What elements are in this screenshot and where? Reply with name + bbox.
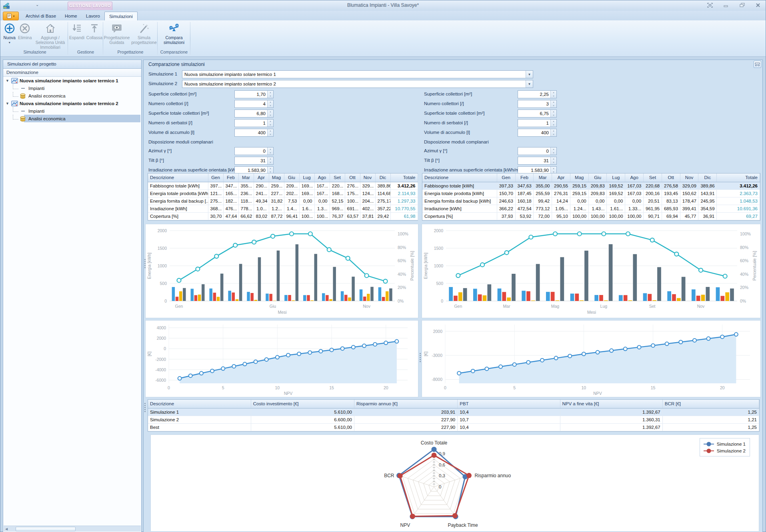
spin-up-icon[interactable]: ▲ <box>551 129 556 133</box>
fit-window-icon[interactable] <box>706 2 714 8</box>
column-header[interactable]: Dic <box>375 173 390 182</box>
spinner-buttons[interactable]: ▲▼ <box>550 147 556 155</box>
collapse-twisty-icon[interactable]: ▼ <box>6 79 10 83</box>
tree-node-simulation-2[interactable]: ▼Nuova simulazione impianto solare termi… <box>3 100 141 107</box>
column-header[interactable]: NPV a fine vita [€] <box>560 400 662 408</box>
spin-up-icon[interactable]: ▲ <box>551 167 556 170</box>
column-header[interactable]: Mar <box>238 173 254 182</box>
tree-node-impianti[interactable]: Impianti <box>3 84 141 92</box>
spinner-buttons[interactable]: ▲▼ <box>550 91 556 98</box>
param-input[interactable]: 1▲▼ <box>518 119 557 127</box>
tree-node-impianti[interactable]: Impianti <box>3 107 141 115</box>
column-header[interactable]: Ago <box>314 173 330 182</box>
column-header[interactable]: Mag <box>269 173 284 182</box>
spin-up-icon[interactable]: ▲ <box>551 91 556 94</box>
panel-resize-button[interactable] <box>754 61 761 68</box>
tab-lavoro[interactable]: Lavoro <box>82 12 104 20</box>
spinner-buttons[interactable]: ▲▼ <box>550 129 556 136</box>
collapse-twisty-icon[interactable]: ▼ <box>6 102 10 106</box>
spin-down-icon[interactable]: ▼ <box>551 133 556 136</box>
spin-down-icon[interactable]: ▼ <box>551 161 556 164</box>
spinner-buttons[interactable]: ▲▼ <box>550 157 556 164</box>
column-header[interactable]: Set <box>330 173 345 182</box>
table-row[interactable]: Simulazione 26.600,00227,9010,71.360,311… <box>148 416 759 423</box>
column-header[interactable]: BCR [€] <box>662 400 759 408</box>
spinner-buttons[interactable]: ▲▼ <box>550 100 556 108</box>
tab-simulazioni[interactable]: Simulazioni <box>104 12 138 20</box>
column-header[interactable]: PBT <box>458 400 560 408</box>
minimize-icon[interactable] <box>722 2 730 8</box>
spin-up-icon[interactable]: ▲ <box>551 110 556 114</box>
simulazione-2-combobox[interactable]: Nuova simulazione impianto solare termic… <box>182 80 533 88</box>
spin-up-icon[interactable]: ▲ <box>551 100 556 104</box>
table-row[interactable]: Irradiazione [kWh]366,22472,54773,121.05… <box>422 205 760 212</box>
spin-down-icon[interactable]: ▼ <box>551 104 556 108</box>
table-row[interactable]: Energia totale prodotta [kWh]121...165..… <box>148 189 418 197</box>
splitter-grip[interactable] <box>144 258 146 271</box>
chevron-down-icon[interactable]: ▼ <box>526 71 533 78</box>
table-row[interactable]: Copertura [%]30,7047,6466,6283,0287,7296… <box>148 212 418 220</box>
param-input[interactable]: 400▲▼ <box>518 129 557 137</box>
splitter-grip[interactable] <box>144 402 146 415</box>
column-header[interactable]: Costo investimento [€] <box>251 400 354 408</box>
table-row[interactable]: Irradiazione [kWh]368...476...778...1.0.… <box>148 205 418 212</box>
tab-archivi-di-base[interactable]: Archivi di Base <box>21 12 60 20</box>
column-header[interactable]: Dic <box>698 173 717 182</box>
column-header[interactable]: Gen <box>208 173 223 182</box>
scrollbar-thumb[interactable] <box>16 527 76 531</box>
spinner-buttons[interactable]: ▲▼ <box>550 120 556 127</box>
column-header[interactable]: Set <box>644 173 662 182</box>
param-input[interactable]: 31▲▼ <box>518 157 557 165</box>
column-header[interactable]: Descrizione <box>422 173 497 182</box>
scroll-left-icon[interactable]: ◀ <box>4 527 9 531</box>
column-header[interactable]: Ott <box>345 173 360 182</box>
param-input[interactable]: 0▲▼ <box>518 147 557 155</box>
chevron-down-icon[interactable]: ▼ <box>526 80 533 88</box>
column-header[interactable]: Risparmio annuo [€] <box>354 400 458 408</box>
spin-down-icon[interactable]: ▼ <box>551 94 556 98</box>
column-header[interactable]: Totale <box>717 173 760 182</box>
application-menu-button[interactable]: ▾ <box>3 12 19 20</box>
column-header[interactable]: Feb <box>515 173 534 182</box>
column-header[interactable]: Ago <box>625 173 644 182</box>
column-header[interactable]: Apr <box>552 173 570 182</box>
column-header[interactable]: Descrizione <box>148 400 251 408</box>
table-row[interactable]: Energia fornita dal backup [kWh]246,6316… <box>422 197 760 205</box>
table-row[interactable]: Fabbisogno totale [kWh]397...347...355..… <box>148 182 418 189</box>
table-row[interactable]: Energia totale prodotta [kWh]150,70187,4… <box>422 189 760 197</box>
tree-node-analisi-economica[interactable]: Analisi economica <box>3 92 141 100</box>
table-row[interactable]: Energia fornita dal backup [...275...182… <box>148 197 418 205</box>
column-header[interactable]: Mar <box>534 173 552 182</box>
column-header[interactable]: Lug <box>607 173 625 182</box>
splitter-grip[interactable] <box>419 352 422 365</box>
column-header[interactable]: Mag <box>570 173 588 182</box>
spin-up-icon[interactable]: ▲ <box>551 147 556 151</box>
spinner-buttons[interactable]: ▲▼ <box>550 110 556 117</box>
param-input[interactable]: 6,75▲▼ <box>518 110 557 118</box>
sidebar-column-header[interactable]: Denominazione <box>3 69 141 77</box>
column-header[interactable]: Apr <box>254 173 269 182</box>
table-row[interactable]: Best5.610,00227,9010,41.392,671,25 <box>148 423 759 431</box>
column-header[interactable]: Feb <box>223 173 238 182</box>
column-header[interactable]: Giu <box>284 173 299 182</box>
table-row[interactable]: Simulazione 15.610,00203,9110,41.392,671… <box>148 408 759 416</box>
sidebar-horizontal-scrollbar[interactable]: ◀ <box>4 526 141 532</box>
column-header[interactable]: Gen <box>497 173 515 182</box>
column-header[interactable]: Nov <box>680 173 698 182</box>
param-input[interactable]: 2,25▲▼ <box>518 90 557 98</box>
column-header[interactable]: Lug <box>299 173 314 182</box>
spin-up-icon[interactable]: ▲ <box>551 120 556 123</box>
spin-up-icon[interactable]: ▲ <box>551 157 556 161</box>
spin-down-icon[interactable]: ▼ <box>551 114 556 117</box>
simulazione-1-combobox[interactable]: Nuova simulazione impianto solare termic… <box>182 70 533 78</box>
compara-simulazioni-button[interactable]: A B Compara simulazioni <box>159 22 189 45</box>
table-row[interactable]: Copertura [%]37,9353,9272,0095,10100,001… <box>422 212 760 220</box>
param-input[interactable]: 3▲▼ <box>518 100 557 108</box>
column-header[interactable]: Descrizione <box>148 173 208 182</box>
tree-node-analisi-economica[interactable]: Analisi economica <box>3 115 141 122</box>
tab-home[interactable]: Home <box>60 12 82 20</box>
column-header[interactable]: Ott <box>662 173 680 182</box>
nuova-button[interactable]: Nuova▾ <box>2 22 17 45</box>
spin-down-icon[interactable]: ▼ <box>551 123 556 127</box>
close-icon[interactable] <box>754 2 762 8</box>
